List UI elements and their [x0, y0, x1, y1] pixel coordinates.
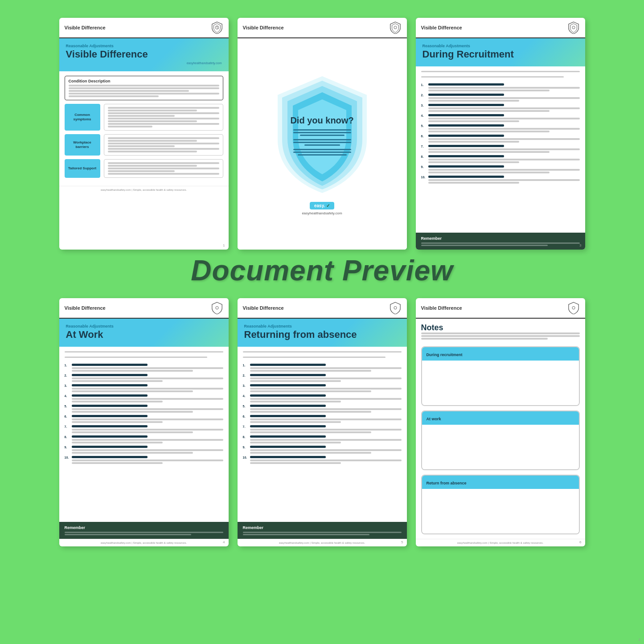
doc-header-5: Visible Difference	[238, 298, 407, 319]
list-content	[72, 456, 223, 464]
list-content	[250, 446, 402, 454]
line	[250, 380, 341, 382]
list-item-2: 2.	[421, 94, 580, 102]
list-title	[250, 456, 326, 458]
line	[428, 97, 580, 99]
list-title	[72, 446, 148, 448]
tailored-support-label: Tailored Support	[65, 159, 100, 178]
line	[108, 107, 219, 109]
list-num: 4.	[243, 394, 248, 398]
list-item: 1.	[243, 364, 402, 372]
line	[250, 442, 341, 443]
list-item: 7.	[243, 425, 402, 433]
page5-remember-title: Remember	[243, 525, 402, 530]
line	[108, 115, 175, 117]
sub-line	[421, 332, 580, 334]
list-content	[250, 405, 402, 413]
common-symptoms-text: Common symptoms	[68, 113, 97, 122]
line	[108, 168, 219, 169]
list-num: 7.	[243, 425, 248, 428]
list-title	[72, 374, 148, 376]
list-num: 5.	[243, 405, 248, 408]
list-item: 9.	[65, 446, 223, 454]
line	[72, 411, 193, 413]
line	[428, 90, 550, 91]
page-1-card[interactable]: Visible Difference Reasonable Adjustment…	[59, 18, 229, 250]
notes-box-atwork: At work	[421, 410, 580, 470]
notes-box-title-atwork: At work	[427, 417, 441, 421]
page6-footer: easyhealthandsafety.com | Simple, access…	[416, 539, 585, 546]
page3-numbered-list: 1. 2. 3.	[421, 71, 580, 184]
line	[108, 140, 197, 142]
dyk-line	[300, 135, 345, 136]
page4-hero-subtitle: Reasonable Adjustments	[66, 324, 222, 328]
line	[250, 462, 341, 464]
list-title	[250, 425, 326, 427]
list-content-10	[428, 176, 580, 184]
line	[428, 131, 550, 132]
list-title	[250, 405, 326, 407]
notes-box-header-atwork: At work	[422, 411, 579, 425]
line	[428, 87, 580, 89]
page4-hero-title: At Work	[66, 329, 222, 340]
list-num: 4.	[65, 394, 70, 398]
page3-remember-title: Remember	[421, 236, 580, 241]
list-content	[72, 374, 223, 382]
list-item: 2.	[65, 374, 223, 382]
line	[72, 370, 193, 372]
list-num: 10.	[65, 456, 70, 459]
list-title	[72, 384, 148, 386]
page1-footer: easyhealthandsafety.com | Simple, access…	[59, 186, 229, 193]
document-preview-title: Document Preview	[191, 254, 453, 287]
list-content	[250, 425, 402, 433]
notes-title: Notes	[421, 323, 580, 332]
line	[108, 143, 219, 144]
list-title-10	[428, 176, 504, 178]
workplace-barriers-label: Workplace barriers	[65, 134, 100, 156]
line	[69, 95, 159, 97]
list-num: 6.	[65, 415, 70, 418]
line	[428, 141, 519, 143]
line	[428, 148, 580, 150]
list-content	[250, 364, 402, 372]
list-item: 9.	[243, 446, 402, 454]
list-title-8	[428, 155, 504, 157]
page-2-card[interactable]: Visible Difference	[238, 18, 407, 250]
list-item-1: 1.	[421, 83, 580, 91]
list-content	[72, 446, 223, 454]
page6-header-title: Visible Difference	[421, 305, 462, 311]
page1-header-title: Visible Difference	[65, 25, 106, 30]
tailored-support-row: Tailored Support	[65, 159, 223, 178]
page-4-card[interactable]: Visible Difference Reasonable Adjustment…	[59, 298, 229, 546]
page5-header-title: Visible Difference	[243, 305, 284, 311]
list-title	[250, 384, 326, 386]
line	[250, 377, 402, 379]
list-content-2	[428, 94, 580, 102]
dyk-small-lines	[290, 129, 353, 156]
page-6-card[interactable]: Visible Difference Notes During recruitm…	[416, 298, 585, 546]
common-symptoms-content	[104, 104, 223, 131]
page3-num: 3	[579, 243, 581, 247]
line	[108, 120, 197, 122]
line	[108, 151, 197, 152]
line	[72, 367, 223, 369]
list-content	[72, 405, 223, 413]
page5-remember-bar: Remember	[238, 522, 407, 539]
page-3-card[interactable]: Visible Difference Reasonable Adjustment…	[416, 18, 585, 250]
shield-icon-3	[567, 21, 580, 34]
list-num-2: 2.	[421, 94, 427, 97]
line	[69, 90, 189, 92]
list-num: 3.	[243, 384, 248, 387]
page-5-card[interactable]: Visible Difference Reasonable Adjustment…	[238, 298, 407, 546]
line	[428, 120, 519, 122]
doc-header-6: Visible Difference	[416, 298, 585, 319]
page1-website: easyhealthandsafety.com	[66, 62, 222, 65]
list-item: 10.	[65, 456, 223, 464]
line	[72, 431, 193, 433]
page5-footer: easyhealthandsafety.com | Simple, access…	[238, 539, 407, 546]
page2-header-title: Visible Difference	[243, 25, 284, 30]
line	[250, 452, 371, 454]
line	[72, 421, 163, 423]
dyk-logo-area: easy. ✓ easyhealthandsafety.com	[302, 202, 342, 215]
line	[250, 418, 402, 420]
